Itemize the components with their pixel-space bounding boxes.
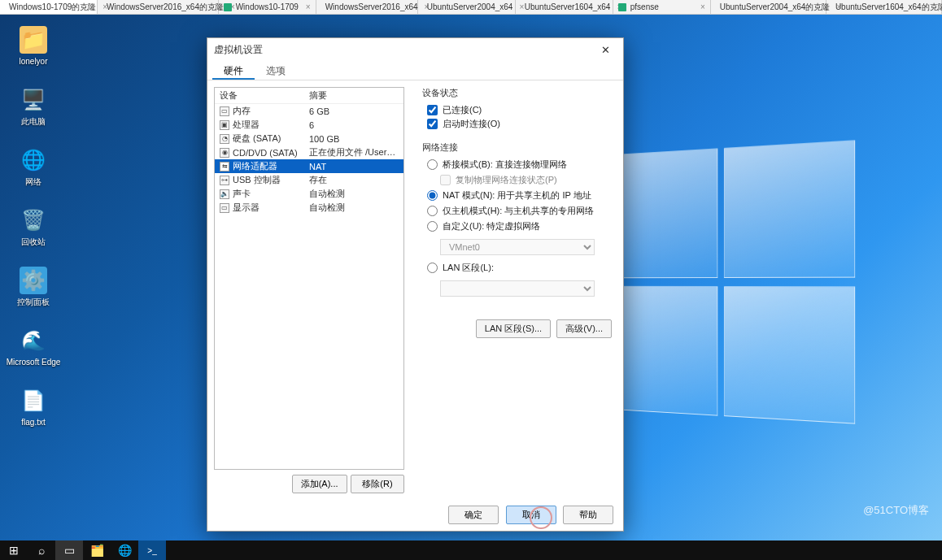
network[interactable]: 🌐网络	[5, 141, 62, 202]
taskbar: ⊞ ⌕ ▭ 🗂️ 🌐 >_	[0, 540, 942, 560]
device-row[interactable]: 🔈声卡自动检测	[215, 187, 403, 201]
group-device-state: 设备状态	[422, 87, 612, 99]
device-row[interactable]: ⊶USB 控制器存在	[215, 173, 403, 187]
radio-nat[interactable]: NAT 模式(N): 用于共享主机的 IP 地址	[427, 189, 612, 202]
edge-taskbar-icon[interactable]: 🌐	[111, 540, 138, 560]
this-pc[interactable]: 🖥️此电脑	[5, 81, 62, 141]
desktop-icon-column: 📁lonelyor🖥️此电脑🌐网络🗑️回收站⚙️控制面板🌊Microsoft E…	[5, 21, 62, 442]
add-device-button[interactable]: 添加(A)...	[292, 475, 347, 493]
tab-options[interactable]: 选项	[255, 61, 297, 80]
device-type-icon: ⊶	[220, 176, 229, 185]
desktop-icon-glyph: 🌐	[20, 146, 47, 174]
vm-tab[interactable]: Windows10-1709的克隆×	[0, 0, 98, 14]
desktop-icon-glyph: 📄	[20, 387, 47, 415]
tab-hardware[interactable]: 硬件	[212, 61, 255, 80]
radio-hostonly[interactable]: 仅主机模式(H): 与主机共享的专用网络	[427, 205, 612, 217]
vm-tab[interactable]: WindowsServer2016_x64的克隆×	[98, 0, 219, 14]
vm-tab[interactable]: UbuntuServer1604_x64×	[516, 0, 613, 14]
windows-logo-icon	[598, 136, 861, 429]
desktop-icon-glyph: 📁	[20, 26, 47, 54]
device-type-icon: ◉	[220, 148, 229, 158]
vm-tab-bar: Windows10-1709的克隆×WindowsServer2016_x64的…	[0, 0, 942, 15]
group-network: 网络连接	[422, 141, 612, 154]
vm-settings-dialog: 虚拟机设置 ✕ 硬件 选项 设备 摘要 ▭内存6 GB▣处理器6◔硬盘 (SAT…	[207, 37, 624, 532]
vm-tab[interactable]: pfsense×	[613, 0, 711, 14]
powershell-icon[interactable]: >_	[138, 540, 166, 560]
device-type-icon: ⇆	[220, 162, 229, 171]
radio-lan-segment[interactable]: LAN 区段(L):	[427, 262, 612, 274]
help-button[interactable]: 帮助	[563, 506, 613, 524]
chk-replicate: 复制物理网络连接状态(P)	[440, 174, 612, 186]
vm-tab[interactable]: WindowsServer2016_x64×	[316, 0, 418, 14]
dialog-title: 虚拟机设置	[214, 43, 263, 57]
chk-connected[interactable]: 已连接(C)	[427, 104, 612, 116]
user-folder[interactable]: 📁lonelyor	[5, 21, 62, 81]
close-tab-icon[interactable]: ×	[694, 2, 705, 11]
file-explorer-icon[interactable]: 🗂️	[83, 540, 111, 560]
close-icon[interactable]: ✕	[594, 44, 617, 56]
device-row[interactable]: ◔硬盘 (SATA)100 GB	[215, 132, 403, 145]
tab-status-icon	[224, 3, 232, 11]
vm-tab[interactable]: UbuntuServer2004_x64×	[418, 0, 516, 14]
desktop-icon-glyph: 🗑️	[20, 206, 47, 234]
search-icon[interactable]: ⌕	[28, 540, 55, 560]
device-row[interactable]: ▭内存6 GB	[215, 104, 403, 118]
device-type-icon: ▣	[220, 120, 229, 130]
vm-tab[interactable]: UbuntuServer2004_x64的克隆×	[711, 0, 826, 14]
device-type-icon: ▭	[220, 203, 229, 213]
device-row[interactable]: ▣处理器6	[215, 118, 403, 132]
radio-bridged[interactable]: 桥接模式(B): 直接连接物理网络	[427, 158, 612, 171]
device-row[interactable]: ▭显示器自动检测	[215, 201, 403, 215]
task-view-icon[interactable]: ▭	[55, 540, 83, 560]
select-vmnet[interactable]: VMnet0	[440, 239, 595, 255]
edge[interactable]: 🌊Microsoft Edge	[5, 322, 62, 382]
device-row[interactable]: ◉CD/DVD (SATA)正在使用文件 /Users/robert/D...	[215, 145, 403, 159]
dialog-tabs: 硬件 选项	[207, 61, 623, 80]
device-list-header: 设备 摘要	[215, 88, 403, 104]
chk-connect-poweron[interactable]: 启动时连接(O)	[427, 118, 612, 130]
tab-status-icon	[618, 3, 626, 11]
ok-button[interactable]: 确定	[448, 506, 499, 524]
device-type-icon: ▭	[220, 106, 229, 116]
desktop-icon-glyph: 🌊	[20, 327, 47, 354]
device-row[interactable]: ⇆网络适配器NAT	[215, 159, 403, 173]
desktop-icon-glyph: ⚙️	[20, 267, 47, 294]
remove-device-button[interactable]: 移除(R)	[351, 475, 404, 493]
device-list: 设备 摘要 ▭内存6 GB▣处理器6◔硬盘 (SATA)100 GB◉CD/DV…	[214, 87, 404, 470]
lan-segments-button[interactable]: LAN 区段(S)...	[476, 319, 551, 338]
dialog-titlebar: 虚拟机设置 ✕	[207, 38, 623, 61]
cancel-button[interactable]: 取消	[506, 506, 556, 524]
select-lan-segment[interactable]	[440, 280, 595, 297]
desktop: 📁lonelyor🖥️此电脑🌐网络🗑️回收站⚙️控制面板🌊Microsoft E…	[0, 15, 942, 540]
flag-file[interactable]: 📄flag.txt	[5, 382, 62, 442]
vm-tab[interactable]: UbuntuServer1604_x64的克隆×	[826, 0, 942, 14]
control-panel[interactable]: ⚙️控制面板	[5, 262, 62, 322]
advanced-button[interactable]: 高级(V)...	[556, 319, 612, 338]
close-tab-icon[interactable]: ×	[299, 2, 311, 11]
device-type-icon: 🔈	[220, 189, 229, 199]
start-button[interactable]: ⊞	[0, 540, 28, 560]
watermark: @51CTO博客	[863, 503, 929, 518]
device-type-icon: ◔	[220, 134, 229, 144]
vm-tab[interactable]: Windows10-1709×	[219, 0, 316, 14]
radio-custom[interactable]: 自定义(U): 特定虚拟网络	[427, 220, 612, 232]
desktop-icon-glyph: 🖥️	[20, 86, 47, 114]
recycle-bin[interactable]: 🗑️回收站	[5, 202, 62, 262]
